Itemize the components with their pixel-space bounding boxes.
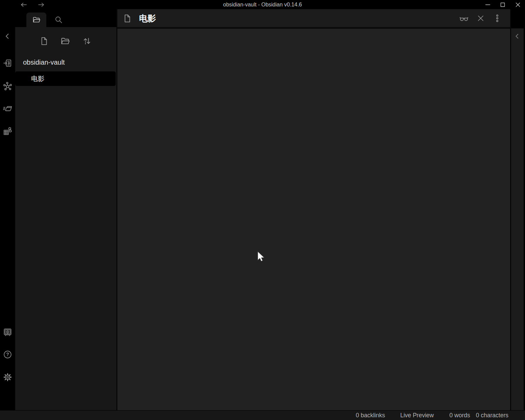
- command-palette-button[interactable]: [1, 102, 14, 114]
- folder-icon: [32, 16, 41, 24]
- blocks-grid-icon: [3, 127, 12, 136]
- command-palette-icon: [3, 104, 12, 113]
- settings-gear-icon: [3, 373, 12, 382]
- reading-glasses-icon: [459, 14, 469, 23]
- question-mark-glyph: ?: [6, 352, 9, 357]
- collapse-left-sidebar-button[interactable]: [1, 30, 14, 42]
- history-back-button[interactable]: [19, 0, 28, 9]
- sort-order-button[interactable]: [81, 35, 92, 47]
- sidebar-tab-strip: [15, 9, 116, 27]
- expand-right-sidebar-button[interactable]: [512, 31, 523, 42]
- new-folder-button[interactable]: [59, 35, 71, 47]
- graph-view-button[interactable]: [1, 80, 14, 92]
- word-count: 0 words: [449, 412, 470, 419]
- note-title[interactable]: 电影: [139, 9, 156, 27]
- mouse-cursor: [257, 251, 267, 263]
- search-icon: [54, 16, 63, 24]
- vault-safe-icon: [3, 328, 12, 337]
- settings-button[interactable]: [1, 371, 14, 383]
- close-icon: [476, 14, 485, 23]
- document-icon: [123, 14, 132, 23]
- right-sidebar-tabstrip: [511, 9, 524, 28]
- help-icon: ?: [3, 350, 12, 359]
- tab-file-explorer[interactable]: [26, 13, 46, 27]
- more-options-button[interactable]: [491, 12, 504, 25]
- close-window-button[interactable]: [512, 0, 524, 9]
- file-explorer-panel: obsidian-vault 电影: [15, 9, 116, 410]
- new-folder-icon: [60, 36, 70, 46]
- maximize-button[interactable]: [497, 0, 508, 9]
- editor-tab-header: 电影: [117, 9, 510, 27]
- file-item-label: 电影: [31, 75, 44, 82]
- status-bar: 0 backlinks Live Preview 0 words 0 chara…: [0, 410, 525, 420]
- character-count: 0 characters: [476, 412, 508, 419]
- obsidian-window: obsidian-vault - Obsidian v0.14.6: [0, 0, 525, 420]
- vault-title[interactable]: obsidian-vault: [23, 59, 65, 66]
- backlinks-count[interactable]: 0 backlinks: [356, 412, 385, 419]
- new-note-icon: [40, 37, 49, 46]
- graph-view-icon: [3, 82, 12, 91]
- window-right-edge: [524, 9, 525, 410]
- chevron-left-icon: [513, 32, 521, 40]
- new-note-button[interactable]: [38, 35, 50, 47]
- more-options-icon: [493, 14, 502, 23]
- history-forward-button[interactable]: [37, 0, 46, 9]
- right-sidebar-collapsed: [511, 9, 524, 410]
- sort-order-icon: [82, 37, 91, 46]
- note-tab[interactable]: [121, 12, 134, 25]
- close-icon: [515, 2, 521, 7]
- open-vault-button[interactable]: [1, 326, 14, 338]
- close-tab-button[interactable]: [474, 12, 487, 25]
- minimize-button[interactable]: [482, 0, 494, 9]
- editor-content[interactable]: [117, 29, 510, 410]
- quick-switcher-button[interactable]: [1, 57, 14, 69]
- arrow-right-icon: [37, 2, 45, 7]
- editor-pane: 电影: [117, 9, 510, 410]
- tab-search[interactable]: [50, 13, 67, 27]
- view-mode-indicator[interactable]: Live Preview: [400, 412, 434, 419]
- titlebar: obsidian-vault - Obsidian v0.14.6: [0, 0, 525, 9]
- help-button[interactable]: ?: [1, 348, 14, 360]
- minimize-icon: [485, 2, 490, 7]
- maximize-icon: [500, 2, 505, 7]
- left-ribbon: ?: [0, 9, 15, 410]
- arrow-left-icon: [20, 2, 28, 7]
- chevron-left-icon: [3, 32, 12, 40]
- blocks-button[interactable]: [1, 125, 14, 137]
- window-title: obsidian-vault - Obsidian v0.14.6: [0, 0, 525, 9]
- file-item-selected[interactable]: 电影: [15, 71, 116, 86]
- quick-switcher-icon: [3, 59, 12, 68]
- reading-view-button[interactable]: [457, 12, 470, 25]
